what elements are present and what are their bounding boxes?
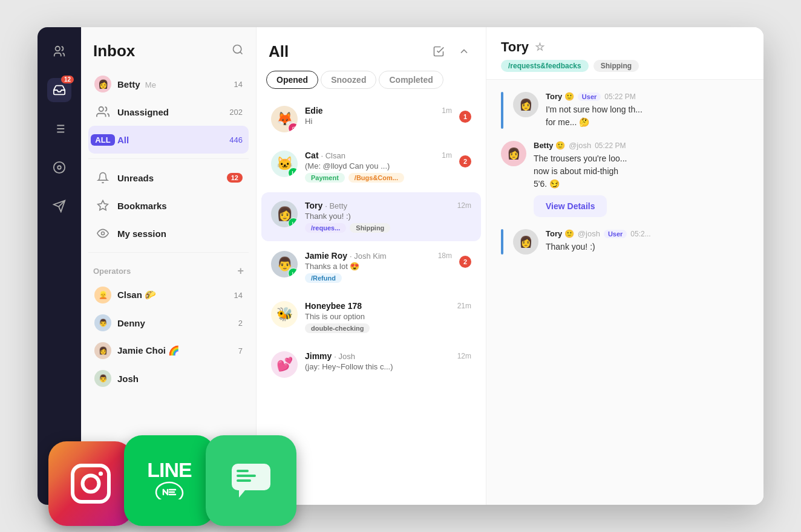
unassigned-icon [94,103,111,120]
tory-body: Tory · Betty 12m Thank you! :) /reques..… [305,201,471,233]
svg-point-17 [292,127,294,129]
tory-role-2: User [604,230,627,238]
edie-body: Edie 1m Hi [305,106,452,128]
betty-count: 14 [234,80,243,89]
tab-snoozed[interactable]: Snoozed [321,71,376,89]
location-nav-icon[interactable] [47,155,71,180]
app-window: 12 Inbox [38,27,763,505]
tab-opened[interactable]: Opened [266,71,318,89]
tag-payment: Payment [305,173,345,183]
svg-point-0 [56,47,60,51]
tory-sender-2: Tory 🙂 [546,229,574,238]
add-operator-button[interactable]: + [237,265,244,277]
operators-label: Operators [93,267,131,276]
conv-item-edie[interactable]: 🦊 Edie 1m Hi 1 [261,97,481,141]
edie-preview: Hi [305,117,452,126]
operators-header: Operators + [81,258,256,281]
favorite-star-icon[interactable]: ☆ [535,41,544,54]
chat-contact-name: Tory ☆ [501,39,749,55]
conv-item-jamie[interactable]: 👨 L Jamie Roy · Josh Kim 18m Thanks a lo… [261,242,481,291]
chat-messages: 👩 Tory 🙂 User 05:22 PM I'm not sure how … [486,80,763,505]
tory-time-label: 05:22 PM [604,92,635,101]
icon-nav: 12 [38,27,81,505]
team-icon[interactable] [47,39,71,63]
denny-label: Denny [117,318,232,328]
chat-panel: Tory ☆ /requests&feedbacks Shipping 👩 To… [486,27,763,505]
inbox-item-betty[interactable]: 👩 Betty Me 14 [88,70,249,98]
inbox-panel: Inbox 👩 Betty Me 14 [81,27,257,505]
tag-shipping: Shipping [350,223,390,233]
jamie-body: Jamie Roy · Josh Kim 18m Thanks a lot 😍 … [305,251,452,283]
inbox-nav-icon[interactable]: 12 [47,78,71,102]
tory-tags: /reques... Shipping [305,223,471,233]
bell-icon [94,169,111,186]
cat-preview: (Me: @lloyd Can you ...) [305,161,452,170]
operator-josh[interactable]: 👨 Josh [88,365,249,392]
inbox-title: Inbox [93,42,135,60]
inbox-list: 👩 Betty Me 14 Unassigned 202 A [81,70,256,154]
tag-doublechecking: double-checking [305,323,370,333]
tory-msg-avatar: 👩 [513,92,538,117]
svg-line-12 [240,52,243,54]
honeybee-body: Honeybee 178 21m This is our option doub… [305,301,471,333]
edie-badge: 1 [459,111,471,123]
denny-avatar: 👨 [94,314,111,331]
honeybee-name: Honeybee 178 [305,301,362,311]
inbox-item-bookmarks[interactable]: Bookmarks [88,192,249,219]
svg-point-11 [234,45,241,53]
chat-tag-shipping: Shipping [593,60,639,72]
edie-name: Edie [305,106,323,115]
betty-msg-content: Betty 🙂 @josh 05:22 PM The trousers you'… [534,141,749,217]
jamie-badge: 2 [459,256,471,268]
jamiechoi-label: Jamie Choi 🌈 [117,345,232,356]
unreads-badge: 12 [227,173,243,183]
send-nav-icon[interactable] [47,194,71,218]
conv-item-jimmy[interactable]: 💕 Jimmy · Josh 12m (jay: Hey~Follow this… [261,343,481,386]
chat-tag-requests: /requests&feedbacks [501,60,589,72]
betty-sender: Betty 🙂 [534,141,565,150]
tory-channel-badge: L [288,218,298,227]
cat-tags: Payment /Bugs&Com... [305,173,452,183]
sort-icon[interactable] [454,42,474,61]
view-details-button[interactable]: View Details [534,195,607,217]
inbox-item-unassigned[interactable]: Unassigned 202 [88,98,249,126]
edie-channel-badge [288,123,298,132]
inbox-item-all[interactable]: ALL All 446 [88,126,249,154]
inbox-header: Inbox [81,27,256,70]
conv-item-honeybee[interactable]: 🐝 Honeybee 178 21m This is our option do… [261,293,481,342]
tory-name: Tory · Betty [305,201,347,210]
jamie-time: 18m [438,251,452,260]
jamiechoi-count: 7 [238,346,243,355]
unassigned-count: 202 [229,108,243,117]
svg-point-8 [57,166,61,169]
sections-list: Unreads 12 Bookmarks My session [81,164,256,247]
cat-channel-badge: L [288,167,298,177]
tab-completed[interactable]: Completed [379,71,443,89]
check-icon[interactable] [429,42,448,61]
conv-header-actions [429,42,474,61]
conv-item-tory[interactable]: 👩 L Tory · Betty 12m Thank you! :) /requ… [261,192,481,241]
inbox-item-unreads[interactable]: Unreads 12 [88,164,249,192]
cat-avatar: 🐱 L [271,151,298,177]
search-icon[interactable] [232,44,244,59]
operator-clsan[interactable]: 👱 Clsan 🌮 14 [88,281,249,309]
blue-accent-bar [501,92,503,129]
betty-label: Betty Me [117,79,228,89]
inbox-item-session[interactable]: My session [88,219,249,247]
conv-item-cat[interactable]: 🐱 L Cat · Clsan 1m (Me: @lloyd Can you .… [261,142,481,191]
conv-title: All [269,42,289,61]
list-nav-icon[interactable] [47,117,71,141]
conversation-list: 🦊 Edie 1m Hi 1 🐱 L [257,96,486,505]
unassigned-label: Unassigned [117,107,223,117]
tory-preview: Thank you! :) [305,212,471,221]
svg-point-15 [102,232,105,235]
tory-msg-header: Tory 🙂 User 05:22 PM [546,92,749,101]
all-icon: ALL [94,131,111,148]
jamie-name: Jamie Roy · Josh Kim [305,251,387,261]
tory-role: User [578,92,601,101]
operator-denny[interactable]: 👨 Denny 2 [88,309,249,337]
divider-2 [88,252,249,253]
operator-jamiechoi[interactable]: 👩 Jamie Choi 🌈 7 [88,337,249,365]
svg-point-18 [294,126,295,127]
betty-msg-avatar: 👩 [501,141,526,166]
